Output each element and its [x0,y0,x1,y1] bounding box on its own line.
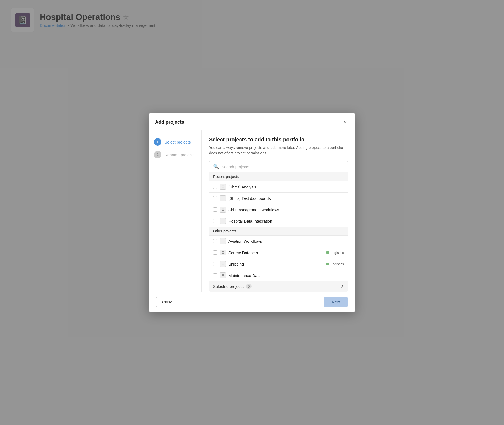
project-checkbox-6[interactable] [213,250,217,255]
chevron-up-icon: ∧ [341,284,344,289]
project-icon-3: ☰ [220,207,226,212]
project-checkbox-3[interactable] [213,207,217,212]
table-row[interactable]: ☰ [Shifts] Test dashboards [209,193,348,204]
project-checkbox-5[interactable] [213,239,217,243]
modal-overlay: Add projects × 1 Select projects 2 Renam… [0,0,504,425]
tag-dot-7 [326,263,329,265]
project-icon-5: ☰ [220,238,226,244]
project-name-8: Maintenance Data [228,273,344,278]
modal-footer: Close Next [149,292,355,312]
main-section-title: Select projects to add to this portfolio [209,137,348,143]
step-item-1[interactable]: 1 Select projects [149,136,201,148]
search-input[interactable] [222,164,344,169]
table-row[interactable]: ☰ Source Datasets Logistics [209,247,348,258]
modal-title: Add projects [155,119,184,125]
step-item-2[interactable]: 2 Rename projects [149,148,201,161]
table-row[interactable]: ☰ Maintenance Data [209,270,348,281]
selected-projects-bar[interactable]: Selected projects 0 ∧ [209,281,348,292]
table-row[interactable]: ☰ [Shifts] Analysis [209,181,348,193]
project-name-5: Aviation Workflows [228,239,344,244]
project-checkbox-4[interactable] [213,219,217,223]
projects-list: Recent projects ☰ [Shifts] Analysis ☰ [S… [209,172,348,281]
tag-label-7: Logistics [330,262,344,266]
table-row[interactable]: ☰ Shift management workflows [209,204,348,215]
selected-bar-left: Selected projects 0 [213,284,252,289]
project-name-7: Shipping [228,262,324,266]
step-number-1: 1 [154,138,161,146]
portfolio-tag-6: Logistics [326,251,344,255]
modal-main-content: Select projects to add to this portfolio… [202,130,355,292]
step-label-1: Select projects [165,140,191,144]
recent-projects-header: Recent projects [209,172,348,181]
project-icon-4: ☰ [220,218,226,224]
modal-body: 1 Select projects 2 Rename projects Sele… [149,130,355,292]
project-checkbox-7[interactable] [213,262,217,266]
step-number-2: 2 [154,151,161,158]
add-projects-modal: Add projects × 1 Select projects 2 Renam… [149,113,355,312]
project-name-6: Source Datasets [228,250,324,255]
search-icon: 🔍 [213,164,219,170]
modal-close-button[interactable]: × [342,118,349,126]
project-name-3: Shift management workflows [228,207,344,212]
table-row[interactable]: ☰ Hospital Data Integration [209,215,348,227]
other-projects-header: Other projects [209,227,348,236]
table-row[interactable]: ☰ Aviation Workflows [209,236,348,247]
table-row[interactable]: ☰ Shipping Logistics [209,258,348,270]
portfolio-tag-7: Logistics [326,262,344,266]
steps-sidebar: 1 Select projects 2 Rename projects [149,130,202,292]
main-section-desc: You can always remove projects and add m… [209,145,348,156]
step-label-2: Rename projects [165,153,194,157]
selected-label: Selected projects [213,284,244,289]
search-row: 🔍 [209,161,348,172]
project-checkbox-8[interactable] [213,273,217,277]
project-name-4: Hospital Data Integration [228,219,344,223]
project-checkbox-1[interactable] [213,185,217,189]
tag-label-6: Logistics [330,251,344,255]
selected-count-badge: 0 [246,284,252,289]
project-icon-8: ☰ [220,272,226,278]
modal-header: Add projects × [149,113,355,130]
projects-container: 🔍 Recent projects ☰ [Shifts] Analysis [209,161,348,292]
project-icon-7: ☰ [220,261,226,267]
project-name-1: [Shifts] Analysis [228,185,344,189]
project-checkbox-2[interactable] [213,196,217,200]
close-button[interactable]: Close [156,297,178,307]
project-name-2: [Shifts] Test dashboards [228,196,344,201]
tag-dot-6 [326,251,329,254]
project-icon-6: ☰ [220,250,226,255]
project-icon-1: ☰ [220,184,226,190]
next-button[interactable]: Next [324,297,348,307]
project-icon-2: ☰ [220,195,226,201]
